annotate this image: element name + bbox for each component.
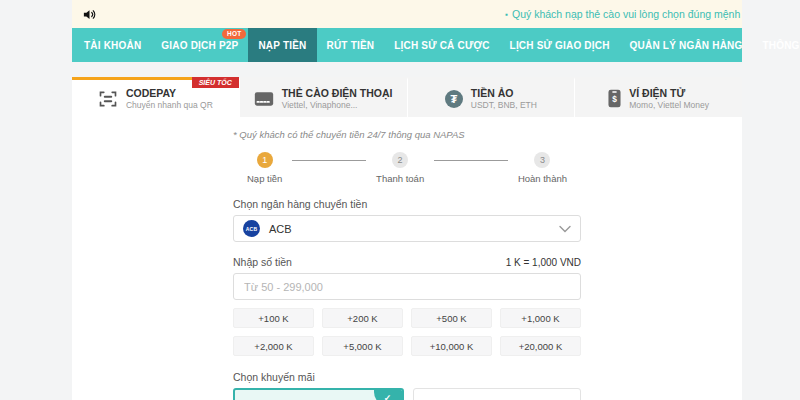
page: ▪Quý khách nạp thẻ cào vui lòng chọn đún…	[72, 0, 742, 400]
quick-amount-1000k[interactable]: +1,000 K	[500, 308, 581, 328]
step-hoan-thanh: 3 Hoàn thành	[518, 152, 567, 184]
step-2-label: Thanh toán	[376, 173, 424, 184]
step-3-label: Hoàn thành	[518, 173, 567, 184]
step-thanh-toan: 2 Thanh toán	[376, 152, 424, 184]
step-nap-tien: 1 Nạp tiền	[247, 152, 282, 184]
acb-bank-logo: ACB	[243, 220, 260, 237]
tab-the-cao-title: THẺ CÀO ĐIỆN THOẠI	[282, 87, 393, 100]
step-3-circle: 3	[534, 152, 550, 168]
deposit-form: * Quý khách có thể chuyển tiền 24/7 thôn…	[233, 117, 581, 400]
marquee-bullet-icon: ▪	[505, 10, 508, 19]
hot-badge: HOT	[222, 29, 246, 39]
tab-tien-ao[interactable]: ₮ TIỀN ẢO USDT, BNB, ETH	[407, 77, 575, 117]
step-1-label: Nạp tiền	[247, 173, 282, 184]
nav-item-lich-su-ca-cuoc[interactable]: LỊCH SỬ CÁ CƯỢC	[384, 28, 499, 62]
tab-vi-dien-tu[interactable]: $ VÍ ĐIỆN TỬ Momo, Viettel Money	[574, 77, 742, 117]
promo-options: Hoàn trả vô tận 1.58% ✓ Khuyến mãi 100% …	[233, 388, 581, 400]
amount-label: Nhập số tiền	[233, 256, 292, 268]
step-connector	[434, 160, 508, 161]
e-wallet-icon: $	[608, 89, 621, 108]
nav-item-giao-dich-p2p[interactable]: GIAO DỊCH P2P HOT	[151, 28, 248, 62]
tab-tien-ao-title: TIỀN ẢO	[471, 87, 537, 100]
quick-amount-20000k[interactable]: +20,000 K	[500, 336, 581, 356]
nav-item-rut-tien[interactable]: RÚT TIỀN	[317, 28, 385, 62]
selected-bank-name: ACB	[269, 223, 559, 235]
nav-item-tai-khoan[interactable]: TÀI KHOẢN	[74, 28, 151, 62]
qr-scan-icon	[98, 89, 118, 109]
tab-codepay-subtitle: Chuyển nhanh qua QR	[126, 100, 213, 111]
step-1-circle: 1	[257, 152, 273, 168]
quick-amount-10000k[interactable]: +10,000 K	[411, 336, 492, 356]
check-icon: ✓	[374, 390, 402, 400]
tab-the-cao[interactable]: THẺ CÀO ĐIỆN THOẠI Viettel, Vinaphone...	[239, 77, 407, 117]
exchange-rate: 1 K = 1,000 VND	[506, 257, 581, 268]
quick-amount-2000k[interactable]: +2,000 K	[233, 336, 314, 356]
chevron-down-icon	[559, 225, 571, 233]
bank-select-label: Chọn ngân hàng chuyển tiền	[233, 198, 581, 210]
nav-item-quan-ly-ngan-hang[interactable]: QUẢN LÝ NGÂN HÀNG	[620, 28, 753, 62]
tab-codepay[interactable]: SIÊU TỐC CODEPAY Chuyển nhanh qua QR	[72, 77, 239, 117]
quick-amount-500k[interactable]: +500 K	[411, 308, 492, 328]
speaker-icon	[82, 7, 97, 22]
announcement-marquee: ▪Quý khách nạp thẻ cào vui lòng chọn đún…	[505, 0, 742, 28]
promo-option-khuyen-mai-100[interactable]: Khuyến mãi 100% giá trị nạp	[413, 388, 582, 400]
napas-note: * Quý khách có thể chuyển tiền 24/7 thôn…	[233, 129, 581, 140]
amount-input[interactable]	[233, 273, 581, 300]
quick-amount-100k[interactable]: +100 K	[233, 308, 314, 328]
deposit-card: SIÊU TỐC CODEPAY Chuyển nhanh qua QR	[72, 77, 742, 400]
announcement-bar: ▪Quý khách nạp thẻ cào vui lòng chọn đún…	[72, 0, 742, 28]
tab-vi-dien-tu-subtitle: Momo, Viettel Money	[629, 100, 709, 111]
tab-the-cao-subtitle: Viettel, Vinaphone...	[282, 100, 393, 111]
sieutoc-badge: SIÊU TỐC	[192, 77, 239, 88]
tab-tien-ao-subtitle: USDT, BNB, ETH	[471, 100, 537, 111]
payment-method-tabs: SIÊU TỐC CODEPAY Chuyển nhanh qua QR	[72, 77, 742, 117]
marquee-text: Quý khách nạp thẻ cào vui lòng chọn đúng…	[512, 8, 742, 20]
quick-amount-5000k[interactable]: +5,000 K	[322, 336, 403, 356]
prepaid-card-icon	[254, 91, 274, 107]
step-connector	[292, 160, 366, 161]
svg-text:$: $	[612, 94, 617, 104]
tab-vi-dien-tu-title: VÍ ĐIỆN TỬ	[629, 87, 709, 100]
promo-option-hoan-tra[interactable]: Hoàn trả vô tận 1.58% ✓	[233, 388, 404, 400]
promo-label: Chọn khuyến mãi	[233, 371, 581, 383]
bank-select[interactable]: ACB ACB	[233, 215, 581, 242]
nav-item-nap-tien[interactable]: NẠP TIỀN	[248, 28, 316, 62]
tether-icon: ₮	[445, 90, 463, 108]
tab-codepay-title: CODEPAY	[126, 87, 213, 100]
nav-item-lich-su-giao-dich[interactable]: LỊCH SỬ GIAO DỊCH	[500, 28, 620, 62]
nav-item-thong-tin[interactable]: THÔNG TIN	[752, 28, 800, 62]
step-2-circle: 2	[392, 152, 408, 168]
quick-amount-200k[interactable]: +200 K	[322, 308, 403, 328]
quick-amounts: +100 K +200 K +500 K +1,000 K +2,000 K +…	[233, 308, 581, 356]
main-nav: TÀI KHOẢN GIAO DỊCH P2P HOT NẠP TIỀN RÚT…	[72, 28, 742, 62]
progress-steps: 1 Nạp tiền 2 Thanh toán 3 Hoàn thành	[233, 152, 581, 184]
